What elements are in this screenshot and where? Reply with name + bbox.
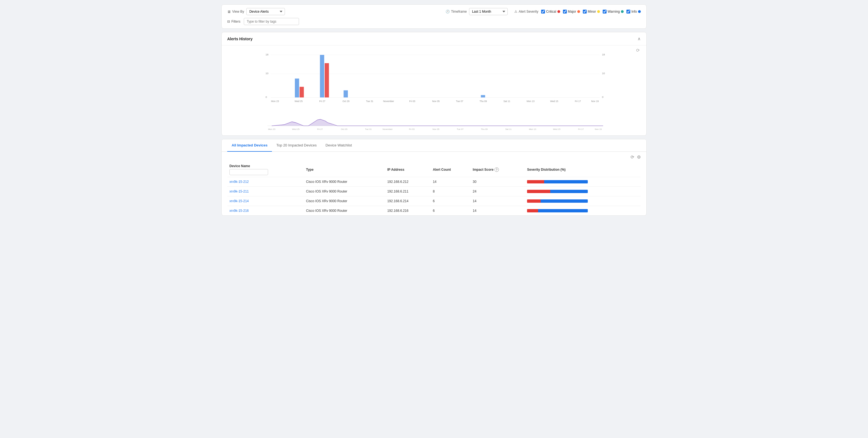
cell-type: Cisco IOS XRv 9000 Router bbox=[304, 206, 385, 216]
collapse-button[interactable]: ∧ bbox=[638, 36, 641, 41]
alerts-history-header: Alerts History ∧ bbox=[222, 32, 646, 45]
col-ip: IP Address bbox=[385, 163, 431, 177]
severity-bar-red bbox=[527, 209, 538, 212]
svg-text:Nov 19: Nov 19 bbox=[591, 100, 598, 103]
cell-device-name: xrv9k-15-214 bbox=[227, 196, 304, 206]
severity-minor-dot bbox=[597, 10, 600, 13]
severity-bar-blue bbox=[540, 199, 588, 203]
impact-score-help-icon[interactable]: ? bbox=[494, 167, 499, 172]
col-device-name: Device Name bbox=[227, 163, 304, 177]
cell-alert-count: 8 bbox=[431, 187, 471, 196]
svg-rect-26 bbox=[320, 55, 324, 97]
table-row: xrv9k-15-212 Cisco IOS XRv 9000 Router 1… bbox=[227, 177, 641, 187]
tab-top20[interactable]: Top 20 Impacted Devices bbox=[272, 139, 321, 152]
svg-rect-28 bbox=[344, 91, 348, 98]
cell-ip: 192.168.6.212 bbox=[385, 177, 431, 187]
svg-rect-24 bbox=[295, 78, 299, 98]
svg-text:November: November bbox=[383, 100, 394, 103]
device-name-link[interactable]: xrv9k-15-211 bbox=[229, 190, 249, 193]
cell-device-name: xrv9k-15-216 bbox=[227, 206, 304, 216]
cell-alert-count: 6 bbox=[431, 206, 471, 216]
cell-severity-dist bbox=[525, 206, 641, 216]
severity-minor: Minor bbox=[583, 10, 600, 13]
cell-type: Cisco IOS XRv 9000 Router bbox=[304, 187, 385, 196]
devices-section: All Impacted Devices Top 20 Impacted Dev… bbox=[221, 139, 647, 216]
timeframe-select[interactable]: Last 1 Month Last 7 Days Last 3 Months bbox=[469, 8, 508, 15]
col-impact-score: Impact Score ? bbox=[470, 163, 525, 177]
svg-text:Thu 09: Thu 09 bbox=[481, 128, 488, 131]
table-row: xrv9k-15-211 Cisco IOS XRv 9000 Router 1… bbox=[227, 187, 641, 196]
table-actions: ⟳ ⚙ bbox=[222, 152, 646, 163]
svg-text:Wed 25: Wed 25 bbox=[294, 100, 303, 103]
monitor-icon: 🖥 bbox=[227, 10, 231, 14]
svg-text:Oct 29: Oct 29 bbox=[341, 128, 347, 131]
alert-severity-label: ⚠ Alert Severity bbox=[514, 10, 538, 13]
tag-filter-input[interactable] bbox=[244, 18, 299, 25]
severity-warning: Warning bbox=[603, 10, 624, 13]
severity-bar bbox=[527, 209, 588, 212]
svg-text:Mon 13: Mon 13 bbox=[529, 128, 536, 131]
svg-text:Oct 29: Oct 29 bbox=[343, 100, 349, 103]
alerts-history-title: Alerts History bbox=[227, 37, 253, 41]
table-row: xrv9k-15-214 Cisco IOS XRv 9000 Router 1… bbox=[227, 196, 641, 206]
devices-table: Device Name Type IP Address Alert Count … bbox=[227, 163, 641, 215]
filters-label: ⊟ Filters bbox=[227, 20, 241, 24]
svg-text:Sat 11: Sat 11 bbox=[505, 128, 512, 131]
severity-bar-blue bbox=[544, 180, 588, 183]
alert-severity-section: ⚠ Alert Severity Critical Major Minor bbox=[514, 10, 641, 13]
severity-bar-red bbox=[527, 190, 550, 193]
svg-text:Nov 19: Nov 19 bbox=[595, 128, 602, 131]
col-severity-dist: Severity Distribution (%) bbox=[525, 163, 641, 177]
view-by-select[interactable]: Device Alerts Interface Alerts bbox=[246, 8, 285, 15]
severity-major-checkbox[interactable] bbox=[563, 10, 567, 13]
view-by-section: 🖥 View By Device Alerts Interface Alerts bbox=[227, 8, 285, 15]
severity-info-checkbox[interactable] bbox=[626, 10, 630, 13]
cell-alert-count: 6 bbox=[431, 196, 471, 206]
svg-text:Nov 05: Nov 05 bbox=[433, 128, 440, 131]
table-container: Device Name Type IP Address Alert Count … bbox=[222, 163, 646, 215]
cell-type: Cisco IOS XRv 9000 Router bbox=[304, 177, 385, 187]
device-name-filter-input[interactable] bbox=[229, 169, 268, 175]
chart-refresh-button[interactable]: ⟳ bbox=[636, 48, 640, 53]
svg-rect-27 bbox=[325, 63, 329, 97]
svg-text:10: 10 bbox=[602, 72, 605, 75]
svg-text:18: 18 bbox=[602, 53, 605, 56]
cell-type: Cisco IOS XRv 9000 Router bbox=[304, 196, 385, 206]
svg-text:18: 18 bbox=[266, 53, 268, 56]
filters-row: ⊟ Filters bbox=[227, 18, 641, 25]
severity-critical: Critical bbox=[541, 10, 560, 13]
svg-text:Wed 25: Wed 25 bbox=[292, 128, 300, 131]
severity-critical-checkbox[interactable] bbox=[541, 10, 545, 13]
table-settings-button[interactable]: ⚙ bbox=[637, 155, 641, 160]
device-name-link[interactable]: xrv9k-15-212 bbox=[229, 180, 249, 184]
severity-major: Major bbox=[563, 10, 580, 13]
cell-ip: 192.168.6.216 bbox=[385, 206, 431, 216]
severity-warning-checkbox[interactable] bbox=[603, 10, 607, 13]
svg-text:Mon 23: Mon 23 bbox=[271, 100, 279, 103]
device-name-link[interactable]: xrv9k-15-216 bbox=[229, 209, 249, 213]
severity-info: Info bbox=[626, 10, 641, 13]
severity-bar-blue bbox=[538, 209, 588, 212]
svg-rect-25 bbox=[300, 87, 304, 98]
cell-device-name: xrv9k-15-212 bbox=[227, 177, 304, 187]
table-row: xrv9k-15-216 Cisco IOS XRv 9000 Router 1… bbox=[227, 206, 641, 216]
severity-info-label: Info bbox=[631, 10, 637, 13]
cell-severity-dist bbox=[525, 196, 641, 206]
tab-watchlist[interactable]: Device Watchlist bbox=[321, 139, 356, 152]
svg-text:Fri 17: Fri 17 bbox=[578, 128, 584, 131]
severity-minor-checkbox[interactable] bbox=[583, 10, 587, 13]
cell-alert-count: 14 bbox=[431, 177, 471, 187]
severity-minor-label: Minor bbox=[588, 10, 596, 13]
device-name-link[interactable]: xrv9k-15-214 bbox=[229, 199, 249, 203]
svg-text:Wed 15: Wed 15 bbox=[553, 128, 561, 131]
svg-text:Mon 23: Mon 23 bbox=[268, 128, 276, 131]
table-header-row: Device Name Type IP Address Alert Count … bbox=[227, 163, 641, 177]
alerts-history-card: Alerts History ∧ ⟳ 18 10 0 18 10 0 Mon 2… bbox=[221, 32, 647, 136]
table-refresh-button[interactable]: ⟳ bbox=[630, 155, 634, 160]
tab-all-impacted[interactable]: All Impacted Devices bbox=[227, 139, 272, 152]
chart-area: ⟳ 18 10 0 18 10 0 Mon 23 Wed 25 Fri 27 O… bbox=[222, 45, 646, 135]
tabs-bar: All Impacted Devices Top 20 Impacted Dev… bbox=[222, 139, 646, 152]
col-type: Type bbox=[304, 163, 385, 177]
svg-text:Sat 11: Sat 11 bbox=[503, 100, 510, 103]
svg-text:Fri 27: Fri 27 bbox=[317, 128, 323, 131]
